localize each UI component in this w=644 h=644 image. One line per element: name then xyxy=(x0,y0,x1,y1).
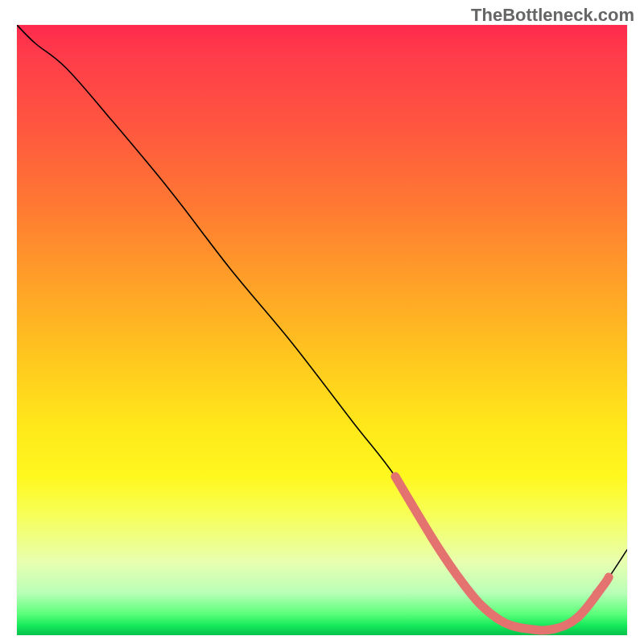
bottleneck-curve-line xyxy=(17,25,627,630)
curve-svg xyxy=(17,25,627,635)
watermark-label: TheBottleneck.com xyxy=(471,5,634,26)
plot-area xyxy=(16,24,628,636)
highlight-dot xyxy=(592,589,601,598)
highlight-dot xyxy=(574,613,583,621)
highlight-overlay xyxy=(395,477,609,630)
chart-container: TheBottleneck.com xyxy=(0,0,644,644)
